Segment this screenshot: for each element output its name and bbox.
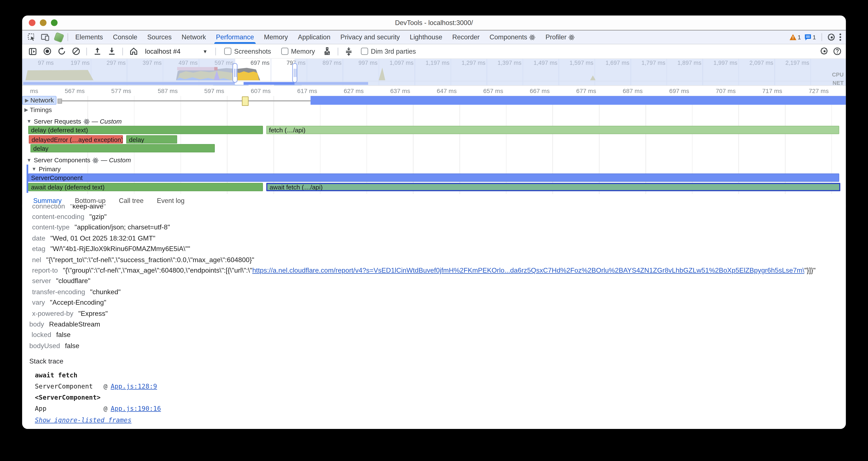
event-bar-red[interactable]: delayedError (…ayed exception): [29, 135, 123, 143]
property-row: lockedfalse: [22, 329, 846, 340]
record-and-reload-icon[interactable]: [55, 46, 67, 57]
more-options-kebab-icon[interactable]: [839, 33, 841, 41]
tab-performance[interactable]: Performance: [211, 31, 259, 44]
zoom-window-button[interactable]: [51, 20, 58, 26]
collapse-tracks-icon[interactable]: [343, 46, 355, 57]
detail-ruler-label: 687 ms: [623, 88, 645, 94]
property-key: server: [32, 277, 51, 285]
react-atom-icon: [92, 157, 99, 164]
divider: [215, 48, 216, 55]
device-toolbar-icon[interactable]: [41, 34, 49, 41]
tab-network[interactable]: Network: [177, 31, 211, 44]
tab-memory[interactable]: Memory: [259, 31, 293, 44]
property-key: locked: [32, 331, 51, 339]
record-icon[interactable]: [41, 46, 53, 57]
overview-left-handle[interactable]: [232, 63, 238, 83]
settings-gear-icon[interactable]: [828, 33, 836, 41]
tab-elements[interactable]: Elements: [70, 31, 108, 44]
tab-console[interactable]: Console: [108, 31, 142, 44]
history-select[interactable]: localhost #4 ▼: [142, 47, 211, 56]
stack-frame-header-text: await fetch: [35, 372, 77, 379]
issues-warning-badge[interactable]: 1: [789, 34, 801, 40]
property-value: "gzip": [89, 213, 106, 221]
property-row: transfer-encoding"chunked": [22, 287, 846, 297]
property-value: "Express": [79, 310, 108, 317]
close-window-button[interactable]: [29, 20, 35, 26]
overview-dim-left: [22, 59, 235, 85]
divider: [86, 48, 87, 55]
memory-checkbox[interactable]: Memory: [281, 48, 315, 55]
panel-settings-gear-icon[interactable]: [820, 47, 829, 55]
primary-subtrack-header[interactable]: ▼ Primary: [22, 165, 846, 173]
property-key: bodyUsed: [29, 342, 60, 350]
network-request-candle[interactable]: [242, 96, 249, 106]
source-location-link[interactable]: App.js:190:16: [111, 405, 161, 412]
stack-frame-at: @: [103, 383, 107, 391]
detail-ruler-label: 657 ms: [483, 88, 505, 94]
event-bar-green[interactable]: delay (deferred text): [28, 126, 263, 134]
report-url-link[interactable]: https://a.nel.cloudflare.com/report/v4?s…: [252, 267, 804, 274]
property-row: content-type"application/json; charset=u…: [22, 222, 846, 233]
property-key: vary: [32, 299, 45, 307]
server-requests-header[interactable]: ▼ Server Requests — Custom: [22, 117, 846, 126]
detail-ruler-label: 727 ms: [809, 88, 831, 94]
tab-lighthouse[interactable]: Lighthouse: [405, 31, 447, 44]
devtools-window: DevTools - localhost:3000/ ElementsConso…: [22, 16, 846, 429]
property-value: "keep-alive": [70, 204, 106, 210]
divider: [822, 33, 822, 41]
property-row: bodyReadableStream: [22, 319, 846, 329]
server-components-header[interactable]: ▼ Server Components — Custom: [22, 156, 846, 165]
download-profile-icon[interactable]: [106, 46, 118, 57]
tab-sources[interactable]: Sources: [142, 31, 177, 44]
detail-ruler-label: 667 ms: [530, 88, 552, 94]
clear-icon[interactable]: [70, 46, 82, 57]
toggle-sidebar-icon[interactable]: [27, 46, 39, 57]
expand-arrow-icon: ▼: [27, 157, 31, 163]
event-bar-green[interactable]: delay: [31, 144, 215, 152]
stack-frame: ServerComponent@App.js:128:9: [22, 381, 846, 392]
screenshots-checkbox[interactable]: Screenshots: [224, 48, 271, 55]
timeline-overview-minimap[interactable]: 97 ms197 ms297 ms397 ms497 ms597 ms697 m…: [22, 59, 846, 86]
detail-ruler-label: 717 ms: [762, 88, 784, 94]
detail-ruler-label: 627 ms: [344, 88, 366, 94]
home-icon[interactable]: [127, 46, 140, 57]
network-request-bar[interactable]: [311, 96, 846, 105]
dim-3rd-parties-checkbox[interactable]: Dim 3rd parties: [361, 48, 416, 55]
timings-track[interactable]: ▶Timings: [22, 106, 846, 115]
net-lane-label: NET: [833, 80, 844, 86]
property-value: "cloudflare": [56, 277, 90, 285]
property-key: etag: [32, 245, 45, 253]
stack-frame-header: <ServerComponent>: [22, 392, 846, 403]
stack-frame-name: ServerComponent: [35, 383, 103, 391]
property-row: x-powered-by"Express": [22, 308, 846, 319]
event-bar-green[interactable]: await delay (deferred text): [28, 183, 263, 191]
property-value: "Accept-Encoding": [50, 299, 106, 307]
upload-profile-icon[interactable]: [91, 46, 103, 57]
overview-right-handle[interactable]: [292, 63, 297, 83]
collect-garbage-icon[interactable]: [321, 46, 333, 57]
event-bar-lightgreen[interactable]: fetch (…/api): [266, 126, 839, 134]
tab-privacy-and-security[interactable]: Privacy and security: [335, 31, 405, 44]
timings-track-label[interactable]: ▶Timings: [22, 106, 54, 114]
help-icon[interactable]: [833, 47, 841, 55]
tab-application[interactable]: Application: [293, 31, 335, 44]
tab-profiler[interactable]: Profiler: [540, 31, 580, 44]
property-row: vary"Accept-Encoding": [22, 297, 846, 308]
minimize-window-button[interactable]: [40, 20, 46, 26]
network-track-label[interactable]: ▶Network: [22, 96, 57, 105]
event-bar-green[interactable]: delay: [126, 135, 177, 143]
console-messages-badge[interactable]: 1: [804, 34, 816, 40]
tab-recorder[interactable]: Recorder: [447, 31, 485, 44]
inspect-element-icon[interactable]: [28, 33, 35, 41]
stack-frame-header-text: <ServerComponent>: [35, 394, 101, 401]
event-bar-selected[interactable]: await fetch (…/api): [266, 183, 840, 191]
event-bar-blue[interactable]: ServerComponent: [28, 173, 839, 182]
checkbox-box: [281, 48, 288, 55]
stack-frame-at: @: [103, 405, 107, 412]
property-row: bodyUsedfalse: [22, 340, 846, 351]
source-location-link[interactable]: App.js:128:9: [111, 383, 157, 391]
network-track[interactable]: ▶Network: [22, 96, 846, 105]
tab-components[interactable]: Components: [485, 31, 540, 44]
react-devtools-icon: [54, 32, 64, 42]
show-ignore-listed-frames-link[interactable]: Show ignore-listed frames: [35, 416, 131, 424]
